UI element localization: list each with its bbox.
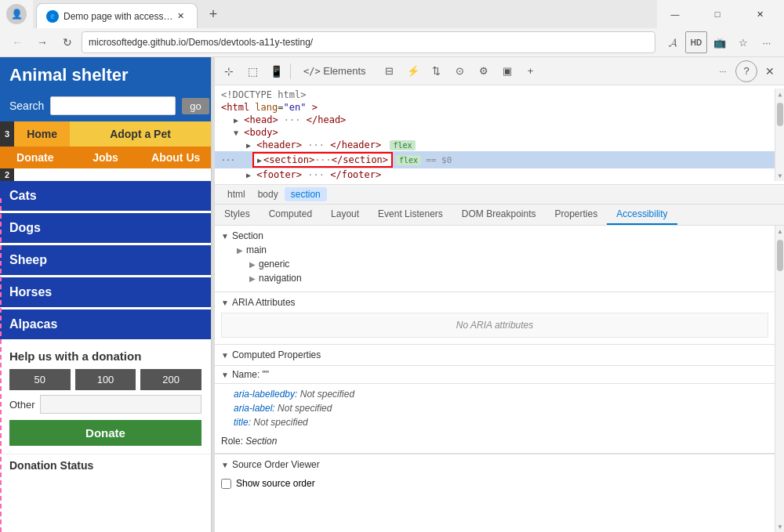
computed-section-header[interactable]: ▼ Computed Properties [215, 345, 775, 365]
animal-item-cats[interactable]: Cats [0, 181, 211, 211]
animal-item-horses[interactable]: Horses [0, 277, 211, 307]
name-triangle-icon: ▼ [221, 371, 229, 379]
maximize-button[interactable]: □ [699, 2, 735, 27]
dom-scrollbar[interactable]: ▲ ▼ [775, 89, 784, 181]
tab-elements[interactable]: </> Elements [294, 57, 376, 85]
breadcrumb-html[interactable]: html [221, 187, 252, 201]
donation-status: Donation Status [0, 454, 211, 476]
console-icon[interactable]: ⊟ [379, 60, 401, 82]
tab-accessibility[interactable]: Accessibility [607, 204, 677, 225]
donation-title: Help us with a donation [9, 349, 201, 363]
show-source-order-checkbox[interactable] [221, 479, 231, 489]
sub-tabs-bar: Styles Computed Layout Event Listeners D… [215, 204, 784, 226]
acc-scrollbar[interactable]: ▲ ▼ [775, 226, 784, 532]
settings-icon[interactable]: ⚙ [473, 60, 495, 82]
scroll-down-arrow[interactable]: ▼ [775, 170, 784, 181]
close-button[interactable]: ✕ [742, 2, 778, 27]
device-icon[interactable]: 📱 [265, 60, 287, 82]
amount-50-button[interactable]: 50 [9, 369, 71, 390]
dom-body[interactable]: ▼ <body> [215, 126, 775, 139]
dom-footer[interactable]: ▶ <footer> ··· </footer> [215, 168, 775, 181]
acc-scroll-track [775, 237, 784, 521]
aria-triangle-icon: ▼ [221, 299, 229, 307]
forward-button[interactable]: → [31, 31, 53, 53]
role-value: Section [245, 436, 277, 447]
animal-item-dogs[interactable]: Dogs [0, 213, 211, 243]
add-icon[interactable]: + [520, 60, 542, 82]
hd-icon[interactable]: HD [685, 31, 707, 53]
back-button[interactable]: ← [6, 31, 28, 53]
donate-nav-button[interactable]: Donate [0, 147, 71, 168]
issues-icon[interactable]: ⚡ [402, 60, 424, 82]
search-row: Search go [0, 93, 211, 121]
acc-scroll-down[interactable]: ▼ [775, 521, 784, 532]
main-area: Animal shelter Search go 3 Home Adopt a … [0, 57, 784, 532]
name-row-header[interactable]: ▼ Name: "" [215, 366, 775, 384]
home-nav-button[interactable]: Home [14, 121, 70, 147]
refresh-button[interactable]: ↻ [56, 31, 78, 53]
acc-scroll-up[interactable]: ▲ [775, 226, 784, 237]
active-tab[interactable]: e Demo page with accessibility issu ✕ [36, 3, 198, 28]
box-select-icon[interactable]: ⬚ [241, 60, 263, 82]
tab-styles[interactable]: Styles [215, 204, 260, 225]
aria-section-header[interactable]: ▼ ARIA Attributes [215, 292, 775, 313]
tab-event-listeners[interactable]: Event Listeners [368, 204, 452, 225]
animal-item-alpacas[interactable]: Alpacas [0, 309, 211, 339]
tab-layout[interactable]: Layout [321, 204, 368, 225]
close-devtools-button[interactable]: ✕ [759, 60, 781, 82]
name-details: aria-labelledby: Not specified aria-labe… [215, 384, 775, 432]
address-bar: ← → ↻ 𝓐 HD 📺 ☆ ··· [0, 28, 784, 56]
scroll-thumb[interactable] [777, 103, 783, 126]
jobs-nav-button[interactable]: Jobs [71, 147, 141, 168]
read-aloud-icon[interactable]: 𝓐 [662, 31, 684, 53]
more-button[interactable]: ··· [712, 60, 734, 82]
go-button[interactable]: go [182, 98, 209, 114]
tab-computed[interactable]: Computed [260, 204, 321, 225]
badge-2: 2 [0, 168, 14, 181]
tab-favicon: e [46, 10, 59, 23]
tab-close-button[interactable]: ✕ [173, 9, 187, 24]
amount-200-button[interactable]: 200 [140, 369, 201, 390]
tab-properties[interactable]: Properties [546, 204, 608, 225]
breadcrumb-body[interactable]: body [252, 187, 285, 201]
about-nav-button[interactable]: About Us [140, 147, 211, 168]
devtools-toolbar: ⊹ ⬚ 📱 </> Elements ⊟ ⚡ ⇅ ⊙ ⚙ ▣ + ·· [215, 57, 784, 85]
dom-section-row[interactable]: ··· ▶ <section> ··· </section> flex == $… [215, 151, 775, 168]
performance-icon[interactable]: ⊙ [449, 60, 471, 82]
help-button[interactable]: ? [735, 60, 757, 82]
acc-scroll-thumb[interactable] [777, 240, 783, 271]
dom-header[interactable]: ▶ <header> ··· </header> flex [215, 139, 775, 151]
devtools-panel: ⊹ ⬚ 📱 </> Elements ⊟ ⚡ ⇅ ⊙ ⚙ ▣ + ·· [215, 57, 784, 532]
dom-head[interactable]: ▶ <head> ··· </head> [215, 114, 775, 126]
tab-dom-breakpoints[interactable]: DOM Breakpoints [452, 204, 546, 225]
source-order-header[interactable]: ▼ Source Order Viewer [215, 454, 775, 475]
main-triangle-icon: ▶ [237, 246, 243, 255]
more-icon[interactable]: ··· [756, 31, 778, 53]
cast-icon[interactable]: 📺 [709, 31, 731, 53]
accessibility-content: ▼ Section ▶ main ▶ generic ▶ [215, 226, 775, 532]
animal-item-sheep[interactable]: Sheep [0, 245, 211, 275]
shelter-header: Animal shelter [0, 57, 211, 93]
breadcrumb-bar: html body section [215, 185, 784, 204]
dom-doctype[interactable]: <!DOCTYPE html> [215, 89, 775, 101]
donate-button[interactable]: Donate [9, 420, 201, 446]
inspect-icon[interactable]: ⊹ [218, 60, 240, 82]
scroll-up-arrow[interactable]: ▲ [775, 89, 784, 100]
network-icon[interactable]: ⇅ [426, 60, 448, 82]
breadcrumb-section[interactable]: section [285, 187, 327, 201]
devtools-extra-icons: ⊟ ⚡ ⇅ ⊙ ⚙ ▣ + [379, 60, 542, 82]
adopt-nav-button[interactable]: Adopt a Pet [70, 121, 211, 147]
dom-html[interactable]: <html lang="en" > [215, 101, 775, 114]
section-triangle-icon: ▼ [221, 232, 229, 241]
layers-icon[interactable]: ▣ [496, 60, 518, 82]
other-amount-input[interactable] [40, 395, 201, 414]
donation-amounts: 50 100 200 [9, 369, 201, 390]
avatar: 👤 [6, 4, 27, 24]
amount-100-button[interactable]: 100 [75, 369, 136, 390]
minimize-button[interactable]: — [657, 2, 693, 27]
favorites-icon[interactable]: ☆ [732, 31, 754, 53]
new-tab-button[interactable]: + [201, 2, 226, 27]
address-input[interactable] [82, 31, 655, 53]
search-input[interactable] [50, 96, 176, 115]
acc-section-header[interactable]: ▼ Section [221, 230, 768, 241]
